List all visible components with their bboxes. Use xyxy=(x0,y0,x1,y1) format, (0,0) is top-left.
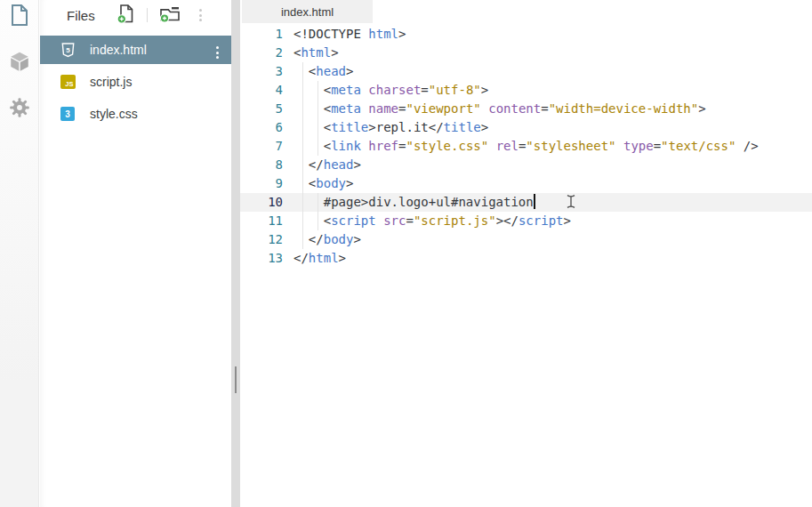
settings-gear-icon xyxy=(8,96,31,123)
header-divider xyxy=(147,8,148,22)
code-text: <title>repl.it</title> xyxy=(293,120,488,134)
code-line-2[interactable]: 2<html> xyxy=(240,44,812,62)
indent-guide xyxy=(318,193,318,230)
line-number[interactable]: 6 xyxy=(240,118,283,137)
code-line-3[interactable]: 3 <head> xyxy=(240,62,812,81)
file-item-index.html[interactable]: 5index.html xyxy=(40,36,231,64)
html5-file-icon: 5 xyxy=(60,43,76,58)
code-line-11[interactable]: 11 <script src="script.js"></script> xyxy=(240,212,812,230)
line-number[interactable]: 4 xyxy=(240,81,283,100)
new-folder-button[interactable] xyxy=(159,4,181,27)
code-text: </body> xyxy=(293,232,361,246)
file-sidebar: Files xyxy=(40,0,231,507)
js-file-icon: JS xyxy=(60,75,76,90)
code-text: #page>div.logo+ul#navigation xyxy=(293,195,535,209)
code-line-13[interactable]: 13</html> xyxy=(240,249,812,268)
text-ibeam-cursor-icon xyxy=(566,194,576,213)
panel-splitter[interactable] xyxy=(231,0,240,507)
line-number[interactable]: 11 xyxy=(240,212,283,230)
code-line-4[interactable]: 4 <meta charset="utf-8"> xyxy=(240,81,812,100)
line-number[interactable]: 9 xyxy=(240,174,283,193)
new-folder-icon xyxy=(159,4,181,27)
code-text: <meta charset="utf-8"> xyxy=(293,83,488,97)
new-file-icon xyxy=(117,4,135,28)
settings-button[interactable] xyxy=(8,98,31,121)
line-number[interactable]: 8 xyxy=(240,156,283,174)
code-text: <html> xyxy=(293,45,339,60)
code-text: </head> xyxy=(293,157,361,172)
code-text: <meta name="viewport" content="width=dev… xyxy=(293,101,706,116)
file-name: style.css xyxy=(90,107,138,121)
line-number[interactable]: 3 xyxy=(240,62,283,81)
files-panel-icon xyxy=(9,4,30,30)
line-number[interactable]: 10 xyxy=(240,193,283,212)
code-text: </html> xyxy=(293,251,346,265)
line-number[interactable]: 13 xyxy=(240,249,283,268)
packages-button[interactable] xyxy=(8,52,31,75)
code-text: <script src="script.js"></script> xyxy=(293,213,571,228)
tab-bar: index.html xyxy=(240,0,812,23)
file-name: script.js xyxy=(90,75,132,89)
side-rail xyxy=(0,0,39,507)
line-number[interactable]: 7 xyxy=(240,137,283,156)
file-name: index.html xyxy=(90,43,147,57)
file-options-kebab-icon[interactable] xyxy=(213,43,222,62)
files-panel-button[interactable] xyxy=(8,5,31,28)
css3-file-icon: 3 xyxy=(60,107,76,122)
code-line-8[interactable]: 8 </head> xyxy=(240,156,812,174)
code-line-6[interactable]: 6 <title>repl.it</title> xyxy=(240,118,812,137)
line-number[interactable]: 12 xyxy=(240,230,283,249)
code-line-5[interactable]: 5 <meta name="viewport" content="width=d… xyxy=(240,100,812,118)
indent-guide xyxy=(318,81,318,156)
code-line-9[interactable]: 9 <body> xyxy=(240,174,812,193)
svg-text:5: 5 xyxy=(66,45,70,53)
file-item-style.css[interactable]: 3style.css xyxy=(40,100,231,128)
line-number[interactable]: 2 xyxy=(240,44,283,62)
code-text: <!DOCTYPE html> xyxy=(293,27,406,41)
code-line-10[interactable]: 10 #page>div.logo+ul#navigation xyxy=(240,193,812,212)
file-item-script.js[interactable]: JSscript.js xyxy=(40,68,231,96)
file-list: 5index.htmlJSscript.js3style.css xyxy=(40,36,231,128)
splitter-handle-icon xyxy=(235,366,237,393)
text-caret xyxy=(534,194,535,209)
indent-guide xyxy=(302,62,303,249)
new-file-button[interactable] xyxy=(117,4,135,28)
sidebar-menu-kebab-icon[interactable] xyxy=(196,5,205,25)
line-number[interactable]: 1 xyxy=(240,25,283,44)
sidebar-header: Files xyxy=(40,0,231,30)
packages-cube-icon xyxy=(8,50,31,76)
code-line-1[interactable]: 1<!DOCTYPE html> xyxy=(240,25,812,44)
sidebar-title: Files xyxy=(67,8,95,23)
code-text: <link href="style.css" rel="stylesheet" … xyxy=(293,139,759,153)
replit-workspace: Files xyxy=(0,0,812,507)
code-area[interactable]: 1<!DOCTYPE html>2<html>3 <head>4 <meta c… xyxy=(240,23,812,507)
code-line-12[interactable]: 12 </body> xyxy=(240,230,812,249)
tab-label: index.html xyxy=(281,5,334,19)
code-editor: index.html 1<!DOCTYPE html>2<html>3 <hea… xyxy=(240,0,812,507)
line-number[interactable]: 5 xyxy=(240,100,283,118)
tab-index-html[interactable]: index.html xyxy=(242,0,373,23)
code-line-7[interactable]: 7 <link href="style.css" rel="stylesheet… xyxy=(240,137,812,156)
